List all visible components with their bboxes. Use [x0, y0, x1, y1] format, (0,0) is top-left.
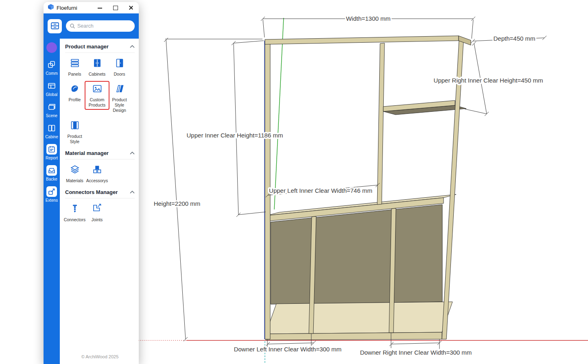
- right-side-panel: [442, 41, 463, 339]
- report-icon: [46, 144, 57, 155]
- joints-icon: [92, 203, 103, 216]
- item-label: Profile: [69, 97, 81, 102]
- close-button[interactable]: [128, 5, 134, 11]
- sidebar-item-label: Report: [46, 156, 58, 160]
- doors-item[interactable]: Doors: [108, 58, 131, 77]
- chevron-up-icon[interactable]: [130, 191, 135, 194]
- top-panel-front-edge: [265, 36, 459, 44]
- minimize-button[interactable]: [97, 5, 103, 11]
- copyright-footer: © ArchiWood 2025: [65, 350, 135, 364]
- materials-icon: [70, 164, 80, 177]
- material-manager-grid: Materials Accessorys: [63, 164, 135, 183]
- panels-item[interactable]: Panels: [63, 58, 86, 77]
- product-style-item[interactable]: Product Style: [63, 120, 86, 144]
- bottom-panel-top-face: [266, 302, 452, 334]
- item-label: Accessorys: [86, 178, 108, 183]
- joints-item[interactable]: Joints: [86, 203, 108, 222]
- product-manager-grid: Panels Cabinets: [63, 58, 135, 144]
- section-title: Material manager: [65, 150, 109, 156]
- custom-products-icon: [92, 83, 103, 96]
- item-label: Cabinets: [89, 72, 105, 77]
- cabinets-icon: [92, 58, 103, 70]
- backend-tray-icon: [46, 165, 57, 176]
- dim-depth-label: Depth=450 mm: [494, 35, 536, 42]
- custom-products-item[interactable]: Custom Products: [85, 81, 109, 110]
- extensions-icon: [46, 186, 57, 197]
- section-title: Product manager: [65, 44, 109, 50]
- divider: [65, 52, 135, 53]
- cabinet-icon: [46, 123, 57, 133]
- upper-divider: [377, 43, 385, 205]
- profile-icon: [70, 83, 80, 96]
- search-icon: [70, 23, 75, 29]
- chevron-up-icon[interactable]: [130, 152, 135, 155]
- panels-icon: [70, 58, 80, 70]
- section-header-connectors-manager[interactable]: Connectors Manager: [65, 189, 135, 195]
- item-label: Doors: [114, 72, 125, 77]
- divider: [65, 159, 135, 159]
- window-title: Floefurni: [57, 5, 97, 11]
- dim-width-label: Width=1300 mm: [346, 15, 391, 22]
- sidebar-item-scene[interactable]: Scene: [44, 102, 60, 118]
- connectors-item[interactable]: Connectors: [63, 203, 86, 222]
- panel-content: Product manager Panels: [60, 39, 139, 364]
- sidebar-item-label: Backe: [46, 177, 57, 181]
- dim-downer-left-width-label: Downer Left Inner Clear Width=300 mm: [234, 346, 342, 353]
- dim-downer-right-width-label: Downer Right Inner Clear Width=300 mm: [360, 349, 472, 356]
- plugin-window: Floefurni: [44, 2, 139, 364]
- maximize-button[interactable]: [113, 5, 118, 11]
- cabinets-item[interactable]: Cabinets: [86, 58, 108, 77]
- materials-item[interactable]: Materials: [63, 164, 86, 183]
- app-cube-icon: [48, 4, 54, 12]
- dim-height-label: Height=2200 mm: [154, 200, 201, 207]
- product-style-design-icon: [114, 83, 125, 96]
- section-header-material-manager[interactable]: Material manager: [65, 150, 135, 156]
- sidebar-rail: Comm Global: [44, 39, 60, 364]
- sidebar-item-report[interactable]: Report: [44, 144, 60, 160]
- sidebar-item-comm[interactable]: Comm: [44, 59, 60, 76]
- connectors-screw-icon: [70, 203, 80, 216]
- product-style-design-item[interactable]: Product Style Design: [108, 83, 131, 113]
- sidebar-item-backend[interactable]: Backe: [44, 165, 60, 181]
- item-label: Custom Products: [86, 97, 108, 108]
- accessorys-item[interactable]: Accessorys: [86, 164, 108, 183]
- search-input[interactable]: [66, 20, 135, 32]
- product-style-icon: [70, 120, 80, 132]
- item-label: Connectors: [64, 217, 86, 222]
- doors-icon: [114, 58, 125, 70]
- chevron-up-icon[interactable]: [130, 45, 135, 48]
- section-title: Connectors Manager: [65, 189, 118, 195]
- item-label: Materials: [66, 178, 83, 183]
- accessorys-icon: [92, 164, 103, 177]
- dim-upper-right-height-label: Upper Right Inner Clear Height=450 mm: [434, 77, 543, 84]
- global-settings-icon: [46, 81, 57, 91]
- sidebar-item-label: Comm: [46, 71, 57, 76]
- sidebar-item-label: Scene: [46, 113, 57, 118]
- dim-upper-inner-height-label: Upper Inner Clear Height=1186 mm: [187, 132, 283, 139]
- dim-upper-left-width-label: Upper Left Inner Clear Width=746 mm: [269, 187, 372, 194]
- connectors-manager-grid: Connectors Joints: [63, 203, 135, 222]
- sidebar-item-label: Global: [46, 92, 58, 97]
- sidebar-item-label: Cabine: [45, 135, 58, 139]
- item-label: Product Style: [63, 134, 86, 144]
- app-logo-icon: [48, 19, 62, 33]
- scene-icon: [46, 102, 57, 112]
- section-header-product-manager[interactable]: Product manager: [65, 44, 135, 50]
- sidebar-item-global[interactable]: Global: [44, 81, 60, 97]
- divider: [65, 198, 135, 198]
- profile-item[interactable]: Profile: [63, 83, 86, 102]
- sidebar-item-cabinet[interactable]: Cabine: [44, 123, 60, 139]
- sidebar-item-extensions[interactable]: Extens: [44, 186, 60, 203]
- community-icon: [46, 59, 57, 70]
- avatar[interactable]: [46, 42, 57, 53]
- sidebar-item-label: Extens: [46, 198, 58, 203]
- lower-interior-face: [271, 205, 442, 304]
- item-label: Joints: [92, 217, 103, 222]
- app-header: [44, 13, 139, 39]
- item-label: Product Style Design: [108, 97, 131, 113]
- title-bar[interactable]: Floefurni: [44, 2, 139, 13]
- item-label: Panels: [68, 72, 81, 77]
